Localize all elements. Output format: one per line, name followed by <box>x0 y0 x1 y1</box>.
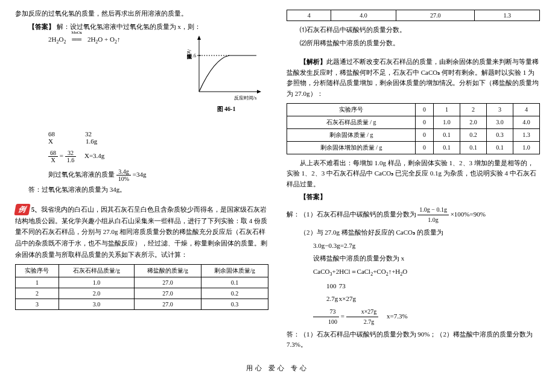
conclusion: 从上表不难看出：每增加 1.0g 样品，剩余固体实验 1、2、3 增加的量是相等… <box>287 158 540 190</box>
table-row: 剩余固体增加的质量 / g00.10.10.11.0 <box>287 141 540 154</box>
sub-q1: ⑴石灰石样品中碳酸钙的质量分数。 <box>287 25 540 36</box>
final-answer: 答：（1）石灰石样品中碳酸钙的质量分数为 90%；（2）稀盐酸中溶质的质量分数为… <box>287 329 540 350</box>
table-row: 剩余固体质量 / g00.10.20.31.3 <box>287 128 540 141</box>
solution-mass-line: 则过氧化氢溶液的质量 3.4g 10% =34g <box>48 168 268 182</box>
stoich-row-1: 100 73 <box>300 281 540 292</box>
y-tick: 1.6 <box>190 53 196 58</box>
analysis-table: 实验序号01234 石灰石样品质量 / g01.02.03.04.0 剩余固体质… <box>287 103 540 154</box>
th-seq: 实验序号 <box>16 264 59 277</box>
answer-line: 【答案】 解：设过氧化氢溶液中过氧化氢的质量为 x，则： <box>15 22 268 33</box>
example-5: 例 5、我省境内的白石山，因其石灰石呈白色且含杂质较少而得名，是国家级石灰岩结构… <box>15 204 268 261</box>
q5-body: 我省境内的白石山，因其石灰石呈白色且含杂质较少而得名，是国家级石灰岩结构地质公园… <box>15 206 267 258</box>
right-column: 4 4.0 27.0 1.3 ⑴石灰石样品中碳酸钙的质量分数。 ⑵所用稀盐酸中溶… <box>287 6 540 353</box>
table-row: 石灰石样品质量 / g01.02.03.04.0 <box>287 116 540 128</box>
mass-68: 68 <box>48 130 55 138</box>
example-badge: 例 <box>14 204 30 215</box>
stoich-row-2: 2.7g x×27g <box>300 294 540 305</box>
mass-x: X <box>48 138 53 145</box>
table-row: 11.027.00.1 <box>16 277 268 288</box>
analysis-label: 【解析】 <box>300 58 326 65</box>
example-number: 5、 <box>31 206 42 213</box>
table-row: 4 4.0 27.0 1.3 <box>287 10 540 21</box>
table-row: 实验序号01234 <box>287 103 540 116</box>
x-result: X=3.4g <box>84 152 104 159</box>
sub-q2: ⑵所用稀盐酸中溶质的质量分数。 <box>287 38 540 49</box>
th-sample: 石灰石样品质量/g <box>59 264 134 277</box>
intro-line: 参加反应的过氧化氢的质量，然后再求出所用溶液的质量。 <box>15 8 268 19</box>
svg-marker-3 <box>257 90 261 93</box>
answer-text: 解：设过氧化氢溶液中过氧化氢的质量为 x，则： <box>57 23 201 30</box>
graph-461: 气体质量/g 1.6 反应时间/s 图 46-1 <box>184 34 268 113</box>
fraction-left: 68 X <box>48 150 58 163</box>
answer-final: 答：过氧化氢溶液的质量为 34g。 <box>28 185 268 195</box>
mass-32: 32 <box>85 130 92 138</box>
experiment-table-right-continued: 4 4.0 27.0 1.3 <box>287 10 540 21</box>
th-acid: 稀盐酸的质量/g <box>134 264 201 277</box>
answer-label-right: 【答案】 <box>287 192 540 203</box>
line-chart-icon: 气体质量/g 1.6 反应时间/s <box>187 34 265 104</box>
table-row: 33.027.00.3 <box>16 299 268 309</box>
left-column: 参加反应的过氧化氢的质量，然后再求出所用溶液的质量。 【答案】 解：设过氧化氢溶… <box>15 6 268 353</box>
solution-1: 解：（1）石灰石样品中碳酸钙的质量分数为 1.0g − 0.1g 1.0g ×1… <box>287 205 540 225</box>
svg-marker-1 <box>197 36 201 40</box>
graph-caption: 图 46-1 <box>184 105 268 113</box>
th-remain: 剩余固体质量/g <box>201 264 268 277</box>
analysis-block: 【解析】此题通过不断改变石灰石样品的质量，由剩余固体的质量来判断与等量稀盐酸发生… <box>287 57 540 99</box>
page-footer: 用心 爱心 专心 <box>0 364 555 373</box>
answer-label: 【答案】 <box>28 23 55 30</box>
page: 参加反应的过氧化氢的质量，然后再求出所用溶液的质量。 【答案】 解：设过氧化氢溶… <box>0 0 555 359</box>
fraction-right: 32 1.6 <box>65 150 77 163</box>
mass-16: 1.6g <box>86 138 97 145</box>
stoich-grid: 68 32 X 1.6g 68 X = 32 1.6 X=3.4g <box>48 130 268 182</box>
solution-2: （2）与 27.0g 稀盐酸恰好反应的 CaCO₃ 的质量为 3.0g−0.3g… <box>300 227 540 327</box>
chem-eq-2: CaCO3+2HCl＝CaCl2+CO2↑+H2O <box>300 267 540 279</box>
table-row: 22.027.00.2 <box>16 288 268 299</box>
experiment-table-left: 实验序号 石灰石样品质量/g 稀盐酸的质量/g 剩余固体质量/g 11.027.… <box>15 264 268 310</box>
final-fraction: 73 100 = x×27g 2.7g x=7.3% <box>300 307 540 327</box>
x-axis-label: 反应时间/s <box>234 95 256 101</box>
